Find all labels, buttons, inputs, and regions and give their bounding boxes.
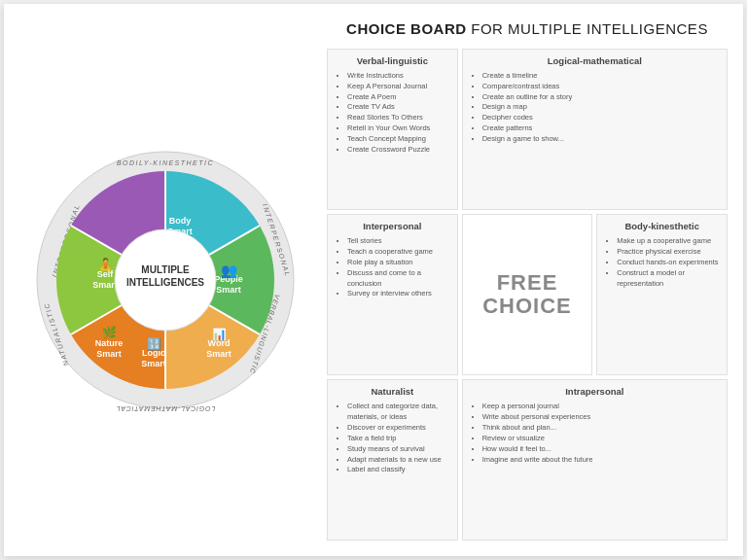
icon-self: 🧘	[98, 257, 113, 271]
wheel-svg: BODILY-KINESTHETIC INTERPERSONAL VERBAL-…	[29, 144, 302, 416]
cell-title: Logical-mathematical	[471, 55, 719, 67]
cell-list: Tell storiesTeach a cooperative gameRole…	[336, 236, 449, 299]
cell-title: Verbal-linguistic	[336, 55, 449, 67]
label-logical-axis: LOGICAL-MATHEMATICAL	[116, 405, 215, 412]
left-panel: BODILY-KINESTHETIC INTERPERSONAL VERBAL-…	[19, 19, 311, 541]
cell-list: Make up a cooperative gamePractice physi…	[605, 236, 719, 289]
cell-interpersonal: InterpersonalTell storiesTeach a coopera…	[327, 214, 458, 375]
cell-list: Keep a personal journalWrite about perso…	[471, 402, 719, 465]
icon-word: 📊	[212, 327, 227, 341]
cell-title: Naturalist	[336, 386, 449, 398]
board-title: CHOICE BOARD FOR MULTIPLE INTELLIGENCES	[327, 19, 728, 39]
icon-people: 👥	[221, 262, 238, 279]
label-nature: Nature	[95, 338, 124, 348]
cell-logical-mathematical: Logical-mathematicalCreate a timelineCom…	[462, 49, 728, 210]
slide: BODILY-KINESTHETIC INTERPERSONAL VERBAL-…	[4, 4, 743, 556]
cell-intrapersonal: IntrapersonalKeep a personal journalWrit…	[462, 379, 728, 541]
label-people2: Smart	[216, 285, 241, 295]
cell-naturalist: NaturalistCollect and categorize data, m…	[327, 379, 458, 541]
label-self2: Smart	[92, 280, 118, 290]
label-logic2: Smart	[141, 359, 166, 368]
cell-free-choice: FREE CHOICE	[462, 214, 593, 375]
cell-title: Interpersonal	[336, 221, 449, 232]
center-text-1: MULTIPLE	[141, 264, 190, 275]
icon-nature: 🌿	[102, 325, 117, 339]
title-bold: CHOICE BOARD	[346, 20, 467, 37]
cell-list: Collect and categorize data, materials, …	[336, 402, 449, 475]
cell-list: Create a timelineCompare/contrast ideasC…	[471, 71, 719, 145]
center-text-2: INTELLIGENCES	[126, 277, 204, 288]
icon-logic: 🔢	[147, 336, 161, 351]
title-normal: FOR MULTIPLE INTELLIGENCES	[467, 20, 708, 37]
label-word2: Smart	[206, 349, 231, 359]
cell-list: Write InstructionsKeep A Personal Journa…	[336, 71, 449, 156]
cell-title: Intrapersonal	[471, 386, 719, 398]
label-nature2: Smart	[96, 349, 122, 359]
cell-body-kinesthetic: Body-kinestheticMake up a cooperative ga…	[596, 214, 728, 375]
free-choice-text: FREE CHOICE	[482, 271, 572, 318]
label-body: Body	[169, 216, 192, 226]
wheel-container: BODILY-KINESTHETIC INTERPERSONAL VERBAL-…	[29, 144, 302, 416]
label-bodily: BODILY-KINESTHETIC	[117, 159, 214, 166]
right-panel: CHOICE BOARD FOR MULTIPLE INTELLIGENCES …	[327, 19, 728, 541]
cell-verbal-linguistic: Verbal-linguisticWrite InstructionsKeep …	[327, 49, 458, 210]
cell-title: Body-kinesthetic	[605, 221, 719, 232]
choice-grid: Verbal-linguisticWrite InstructionsKeep …	[327, 49, 728, 542]
